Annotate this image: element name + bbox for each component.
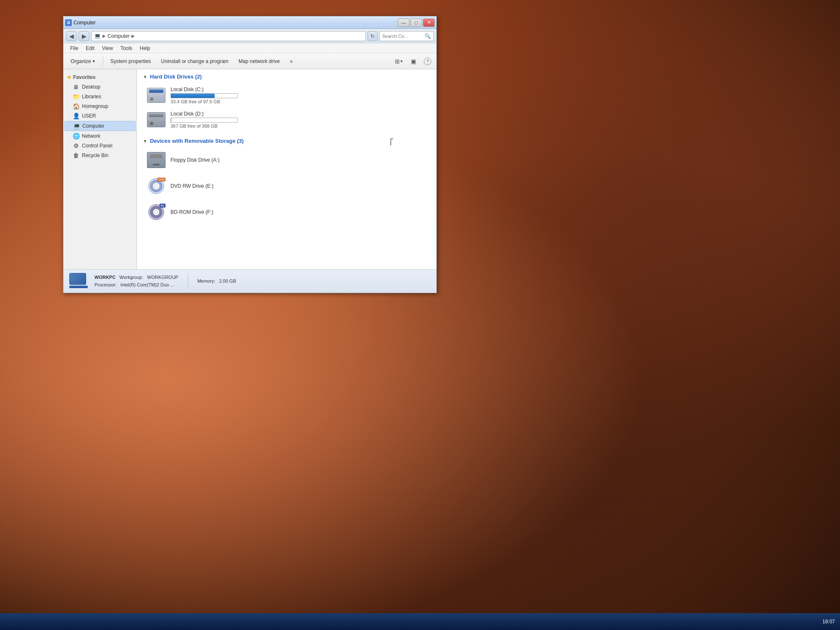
menu-view[interactable]: View [99, 45, 116, 52]
window-icon: 🖥 [65, 19, 72, 26]
status-computer-icon [68, 271, 89, 291]
hard-disk-collapse-arrow: ▼ [143, 74, 147, 79]
view-icon: ⊞ [395, 58, 400, 65]
drive-d-free: 367 GB free of 368 GB [171, 123, 427, 129]
address-bar: ◀ ▶ 💻 ▶ Computer ▶ ↻ 🔍 [63, 29, 436, 43]
sidebar-item-user[interactable]: 👤 USER [64, 111, 136, 121]
drive-a-item[interactable]: Floppy Disk Drive (A:) [143, 148, 430, 172]
drive-d-item[interactable]: Local Disk (D:) 367 GB free of 368 GB [143, 108, 430, 131]
view-toggle-button[interactable]: ⊞ ▼ [393, 55, 405, 67]
sidebar-item-libraries[interactable]: 📁 Libraries [64, 92, 136, 101]
status-computer-info: WORKPC Workgroup: WORKGROUP Processor: I… [94, 274, 178, 289]
favorites-label: Favorites [73, 74, 95, 80]
map-network-label: Map network drive [239, 58, 280, 64]
minimize-button[interactable]: — [398, 18, 410, 27]
view-arrow-icon: ▼ [400, 59, 404, 63]
title-bar: 🖥 Computer — □ ✕ [63, 16, 436, 29]
control-panel-icon: ⚙ [73, 142, 79, 149]
removable-section-header[interactable]: ▼ Devices with Removable Storage (3) [143, 138, 430, 144]
window-controls: — □ ✕ [398, 18, 435, 27]
network-icon: 🌐 [73, 133, 79, 139]
libraries-icon: 📁 [73, 93, 79, 100]
toolbar-right: ⊞ ▼ ▣ ? [393, 55, 434, 67]
sidebar-item-network[interactable]: 🌐 Network [64, 131, 136, 141]
help-button[interactable]: ? [421, 55, 434, 67]
drive-c-item[interactable]: Local Disk (C:) 33.4 GB free of 97.5 GB [143, 84, 430, 107]
drive-d-bar-fill [171, 118, 171, 122]
favorites-header[interactable]: ★ Favorites [63, 73, 136, 82]
address-path-arrow: ▶ [102, 34, 106, 38]
system-properties-button[interactable]: System properties [106, 55, 156, 67]
drive-e-name: DVD RW Drive (E:) [171, 183, 213, 189]
computer-icon: 💻 [73, 123, 80, 129]
search-icon: 🔍 [425, 33, 431, 39]
taskbar: 18:07 [0, 613, 840, 630]
status-bar: WORKPC Workgroup: WORKGROUP Processor: I… [63, 269, 436, 293]
main-panel: ▼ Hard Disk Drives (2) Local Disk (C:) 3 [137, 69, 436, 269]
organize-arrow-icon: ▼ [92, 59, 96, 63]
drive-f-item[interactable]: BD BD-ROM Drive (F:) [143, 200, 430, 224]
address-path-arrow2: ▶ [131, 34, 135, 38]
organize-label: Organize [71, 58, 91, 64]
menu-tools[interactable]: Tools [117, 45, 136, 52]
status-divider [188, 274, 188, 289]
status-computer-name: WORKPC Workgroup: WORKGROUP [94, 274, 178, 281]
status-memory-info: Memory: 2.00 GB [197, 278, 236, 285]
toolbar-separator-1 [103, 57, 103, 66]
sidebar-item-homegroup[interactable]: 🏠 Homegroup [64, 102, 136, 111]
user-label: USER [82, 113, 96, 119]
pane-button[interactable]: ▣ [407, 55, 420, 67]
address-path[interactable]: 💻 ▶ Computer ▶ [91, 31, 366, 41]
uninstall-label: Uninstall or change a program [161, 58, 228, 64]
hard-disk-section-title: Hard Disk Drives (2) [150, 74, 202, 80]
drive-e-item[interactable]: DVD DVD RW Drive (E:) [143, 174, 430, 198]
drive-c-bar-fill [171, 94, 215, 98]
drive-f-name: BD-ROM Drive (F:) [171, 209, 213, 215]
drive-a-name: Floppy Disk Drive (A:) [171, 157, 220, 163]
drive-e-icon: DVD [146, 178, 166, 194]
hard-disk-section-header[interactable]: ▼ Hard Disk Drives (2) [143, 74, 430, 80]
explorer-window: 🖥 Computer — □ ✕ ◀ ▶ 💻 ▶ Computer ▶ ↻ 🔍 … [63, 16, 437, 293]
refresh-button[interactable]: ↻ [368, 31, 378, 41]
user-icon: 👤 [73, 113, 79, 119]
menu-edit[interactable]: Edit [82, 45, 98, 52]
drive-d-info: Local Disk (D:) 367 GB free of 368 GB [171, 111, 427, 129]
drive-c-bar-container [171, 93, 238, 98]
search-box[interactable]: 🔍 [379, 31, 434, 41]
title-bar-left: 🖥 Computer [65, 19, 96, 26]
sidebar-item-recycle-bin[interactable]: 🗑 Recycle Bin [64, 151, 136, 160]
drive-c-name: Local Disk (C:) [171, 87, 427, 92]
more-button[interactable]: » [285, 55, 297, 67]
map-network-button[interactable]: Map network drive [234, 55, 284, 67]
menu-file[interactable]: File [67, 45, 81, 52]
removable-collapse-arrow: ▼ [143, 139, 147, 144]
window-title: Computer [74, 20, 96, 26]
drive-c-icon [146, 87, 166, 104]
close-button[interactable]: ✕ [423, 18, 435, 27]
drive-c-info: Local Disk (C:) 33.4 GB free of 97.5 GB [171, 87, 427, 104]
address-path-text: Computer [108, 33, 130, 39]
homegroup-icon: 🏠 [73, 103, 79, 110]
drive-d-icon [146, 111, 166, 128]
more-label: » [290, 58, 293, 64]
removable-section-title: Devices with Removable Storage (3) [150, 138, 244, 144]
back-button[interactable]: ◀ [66, 31, 77, 41]
sidebar: ★ Favorites 🖥 Desktop 📁 Libraries 🏠 Home… [63, 69, 137, 269]
sidebar-item-computer[interactable]: 💻 Computer [64, 121, 136, 131]
uninstall-button[interactable]: Uninstall or change a program [156, 55, 233, 67]
drive-f-icon: BD [146, 204, 166, 220]
maximize-button[interactable]: □ [410, 18, 422, 27]
menu-help[interactable]: Help [136, 45, 154, 52]
menu-bar: File Edit View Tools Help [63, 43, 436, 53]
drive-d-bar-container [171, 118, 238, 123]
sidebar-item-desktop[interactable]: 🖥 Desktop [64, 82, 136, 92]
control-panel-label: Control Panel [82, 143, 113, 149]
forward-button[interactable]: ▶ [79, 31, 89, 41]
search-input[interactable] [382, 34, 423, 39]
sidebar-item-control-panel[interactable]: ⚙ Control Panel [64, 141, 136, 150]
removable-section: ▼ Devices with Removable Storage (3) Flo… [143, 138, 430, 224]
toolbar: Organize ▼ System properties Uninstall o… [63, 53, 436, 69]
organize-button[interactable]: Organize ▼ [66, 55, 100, 67]
pane-icon: ▣ [411, 58, 416, 65]
help-icon: ? [424, 58, 431, 65]
